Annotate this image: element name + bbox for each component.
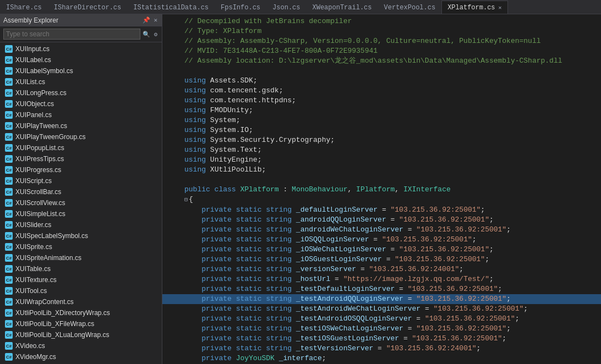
file-name: XUISpecLabelSymbol.cs xyxy=(15,232,88,240)
file-item[interactable]: C#XUIObject.cs xyxy=(0,98,162,109)
file-item[interactable]: C#XUIProgress.cs xyxy=(0,164,162,175)
code-line: using System; xyxy=(162,115,601,125)
code-line: private static string _testiOSGuestLogin… xyxy=(162,334,601,344)
tab-close-icon[interactable]: ✕ xyxy=(499,4,502,11)
code-line: private static string _androidWeChatLogi… xyxy=(162,225,601,235)
code-editor[interactable]: // Decompiled with JetBrains decompiler … xyxy=(162,14,601,364)
file-name: XUtliPoolLib_XDirectoryWrap.cs xyxy=(15,309,110,317)
file-item[interactable]: C#XUIInput.cs xyxy=(0,43,162,54)
file-item[interactable]: C#XUILongPress.cs xyxy=(0,87,162,98)
pin-icon[interactable]: 📌 xyxy=(141,16,151,24)
file-name: XUISprite.cs xyxy=(15,243,52,251)
tab-label: IShare.cs xyxy=(6,4,42,12)
file-item[interactable]: C#XUIScrollBar.cs xyxy=(0,186,162,197)
file-item[interactable]: C#XUIPopupList.cs xyxy=(0,142,162,153)
tab-ishares[interactable]: IShare.cs xyxy=(0,1,48,14)
file-item[interactable]: C#XUIPlayTweenGroup.cs xyxy=(0,131,162,142)
code-line: private static string _hostUrl = "https:… xyxy=(162,274,601,284)
code-line: // Assembly: Assembly-CSharp, Version=0.… xyxy=(162,36,601,46)
tab-bar: IShare.cs IShareDirector.cs IStatistical… xyxy=(0,0,601,14)
file-name: XUIScript.cs xyxy=(15,177,52,185)
file-item[interactable]: C#XUISpriteAnimation.cs xyxy=(0,252,162,263)
search-bar: 🔍 ⚙ xyxy=(0,26,162,42)
file-name: XUISimpleList.cs xyxy=(15,210,65,218)
code-line: private static string _testiOSWeChatLogi… xyxy=(162,324,601,334)
tab-label: XPlatform.cs xyxy=(447,4,495,12)
file-item[interactable]: C#XUISlider.cs xyxy=(0,219,162,230)
tab-istatisticaldata[interactable]: IStatisticalData.cs xyxy=(127,1,215,14)
file-item[interactable]: C#XUILabel.cs xyxy=(0,54,162,65)
file-name: XUIPanel.cs xyxy=(15,111,52,119)
file-item[interactable]: C#XVideo.cs xyxy=(0,340,162,351)
file-item[interactable]: C#XUITool.cs xyxy=(0,285,162,296)
file-item[interactable]: C#XUIWrapContent.cs xyxy=(0,296,162,307)
tab-fpsinfo[interactable]: FpsInfo.cs xyxy=(215,1,266,14)
tab-label: Json.cs xyxy=(272,4,300,12)
code-line: // MVID: 7E31448A-C213-4FE7-800A-0F72E99… xyxy=(162,46,601,56)
file-item[interactable]: C#XUtliPoolLib_XLuaLongWrap.cs xyxy=(0,329,162,340)
file-name: XUIProgress.cs xyxy=(15,166,61,174)
file-name: XUILabel.cs xyxy=(15,56,51,64)
sidebar-close-icon[interactable]: ✕ xyxy=(152,16,159,24)
code-line: using System.IO; xyxy=(162,125,601,135)
tab-xweapontrail[interactable]: XWeaponTrail.cs xyxy=(307,1,378,14)
file-item[interactable]: C#XUtliPoolLib_XDirectoryWrap.cs xyxy=(0,307,162,318)
file-item[interactable]: C#XUIPlayTween.cs xyxy=(0,120,162,131)
code-line xyxy=(162,175,601,185)
file-name: XUISlider.cs xyxy=(15,221,51,229)
file-name: XUITable.cs xyxy=(15,265,51,273)
file-name: XUIWrapContent.cs xyxy=(15,298,74,306)
file-name: XUtliPoolLib_XLuaLongWrap.cs xyxy=(15,331,110,339)
code-line: private static string _iOSWeChatLoginSer… xyxy=(162,245,601,255)
file-item[interactable]: C#XUIList.cs xyxy=(0,76,162,87)
file-name: XUIPlayTween.cs xyxy=(15,122,67,130)
code-line xyxy=(162,66,601,76)
file-item[interactable]: C#XVideoMgr.cs xyxy=(0,351,162,362)
tab-json[interactable]: Json.cs xyxy=(266,1,306,14)
sidebar-header: Assembly Explorer 📌 ✕ xyxy=(0,14,162,26)
file-item[interactable]: C#XUIPressTips.cs xyxy=(0,153,162,164)
tab-xplatform[interactable]: XPlatform.cs ✕ xyxy=(441,1,507,14)
file-item[interactable]: C#XUtliPoolLib_XFileWrap.cs xyxy=(0,318,162,329)
search-input[interactable] xyxy=(3,29,140,40)
code-line: ⊟{ xyxy=(162,195,601,205)
main-layout: Assembly Explorer 📌 ✕ 🔍 ⚙ C#XUIInput.csC… xyxy=(0,14,601,364)
file-name: XUIObject.cs xyxy=(15,100,54,108)
file-item[interactable]: C#XUISimpleList.cs xyxy=(0,208,162,219)
file-name: XUIScrollView.cs xyxy=(15,199,65,207)
tab-label: IShareDirector.cs xyxy=(54,4,121,12)
code-line: // Decompiled with JetBrains decompiler xyxy=(162,16,601,26)
file-item[interactable]: C#XUIPanel.cs xyxy=(0,109,162,120)
settings-icon[interactable]: ⚙ xyxy=(152,31,159,38)
code-line: private static string _defaultLoginServe… xyxy=(162,205,601,215)
file-name: XUILabelSymbol.cs xyxy=(15,67,73,75)
code-line: private static string _testAndroidWeChat… xyxy=(162,304,601,314)
file-name: XUIPressTips.cs xyxy=(15,155,64,163)
code-line: private JoyYouSDK _interface; xyxy=(162,354,601,363)
file-name: XUIPlayTweenGroup.cs xyxy=(15,133,85,141)
code-line: using System.Security.Cryptography; xyxy=(162,135,601,145)
file-name: XUIScrollBar.cs xyxy=(15,188,61,196)
sidebar-controls: 📌 ✕ xyxy=(141,16,159,24)
code-line: using Assets.SDK; xyxy=(162,76,601,86)
file-name: XVideoMgr.cs xyxy=(15,353,56,361)
file-name: XUIPopupList.cs xyxy=(15,144,64,152)
file-item[interactable]: C#XUIScrollView.cs xyxy=(0,197,162,208)
code-line: using XUtliPoolLib; xyxy=(162,165,601,175)
file-item[interactable]: C#XUISpecLabelSymbol.cs xyxy=(0,230,162,241)
code-line: // Assembly location: D:\lzgserver\龙之谷_m… xyxy=(162,56,601,66)
tab-label: VertexPool.cs xyxy=(384,4,436,12)
code-line: using UnityEngine; xyxy=(162,155,601,165)
file-name: XUtliPoolLib_XFileWrap.cs xyxy=(15,320,94,328)
file-item[interactable]: C#XUISprite.cs xyxy=(0,241,162,252)
file-name: XUITexture.cs xyxy=(15,276,57,284)
code-line: private static string _iOSQQLoginServer … xyxy=(162,235,601,245)
file-name: XUIList.cs xyxy=(15,78,45,86)
tab-isharedirector[interactable]: IShareDirector.cs xyxy=(48,1,127,14)
file-item[interactable]: C#XUILabelSymbol.cs xyxy=(0,65,162,76)
file-item[interactable]: C#XUIScript.cs xyxy=(0,175,162,186)
file-item[interactable]: C#XUITexture.cs xyxy=(0,274,162,285)
file-item[interactable]: C#XUITable.cs xyxy=(0,263,162,274)
file-name: XUILongPress.cs xyxy=(15,89,67,97)
tab-vertexpool[interactable]: VertexPool.cs xyxy=(378,1,442,14)
